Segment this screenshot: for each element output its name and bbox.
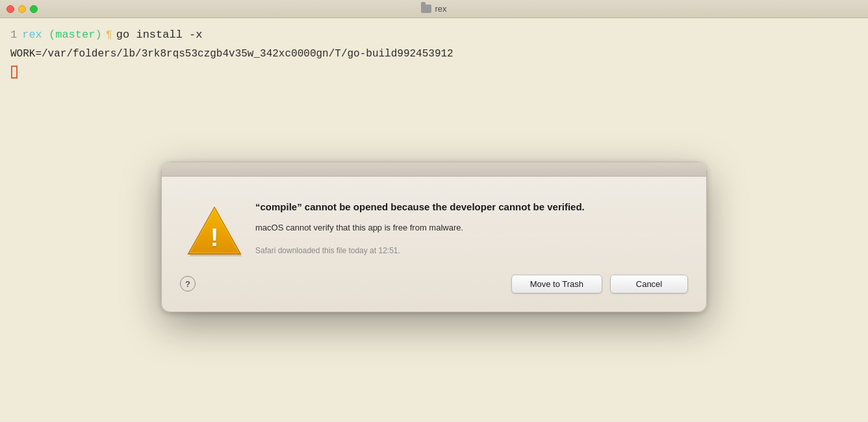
svg-text:!: ! (210, 223, 218, 251)
modal-overlay: ! “compile” cannot be opened because the… (0, 0, 868, 422)
dialog-text-area: “compile” cannot be opened because the d… (255, 200, 683, 256)
dialog-footer: ? Move to Trash Cancel (162, 275, 706, 312)
dialog-source: Safari downloaded this file today at 12:… (255, 245, 683, 256)
dialog-description: macOS cannot verify that this app is fre… (255, 221, 683, 234)
help-button[interactable]: ? (180, 276, 196, 292)
warning-icon: ! (185, 203, 244, 261)
cancel-button[interactable]: Cancel (610, 275, 688, 293)
move-to-trash-button[interactable]: Move to Trash (511, 275, 602, 293)
dialog-body: ! “compile” cannot be opened because the… (162, 177, 706, 275)
dialog-title: “compile” cannot be opened because the d… (255, 200, 683, 214)
dialog-action-buttons: Move to Trash Cancel (511, 275, 688, 293)
security-dialog: ! “compile” cannot be opened because the… (161, 162, 707, 312)
dialog-top-bar (162, 162, 706, 177)
warning-icon-container: ! (185, 203, 237, 254)
